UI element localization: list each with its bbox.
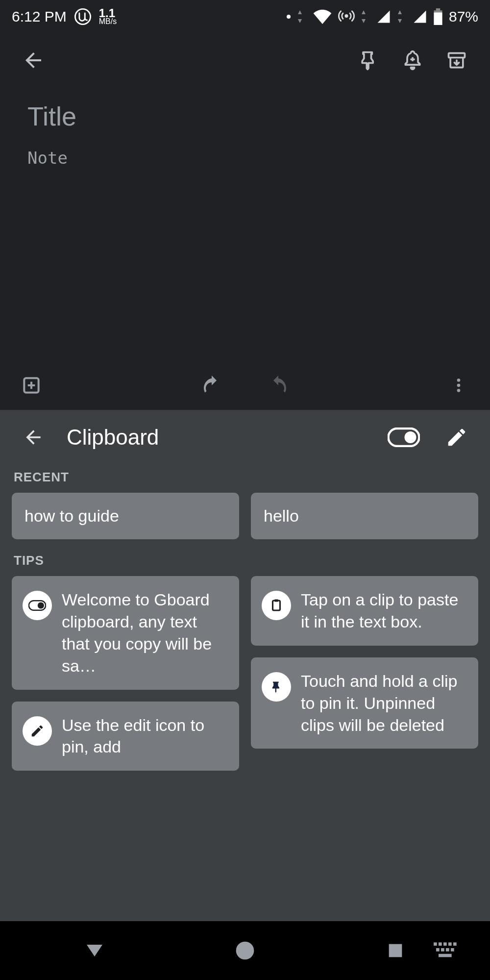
pencil-icon bbox=[23, 716, 52, 746]
signal-icon-1 bbox=[376, 9, 391, 24]
wifi-icon bbox=[313, 9, 332, 24]
note-input[interactable] bbox=[27, 148, 463, 187]
pin-icon bbox=[262, 672, 291, 702]
clipboard-tip-card[interactable]: Tap on a clip to paste it in the text bo… bbox=[251, 576, 478, 646]
svg-rect-11 bbox=[434, 13, 442, 25]
svg-rect-36 bbox=[446, 948, 449, 952]
archive-button[interactable] bbox=[439, 43, 474, 78]
data-arrows-icon-2 bbox=[361, 9, 370, 24]
pin-button[interactable] bbox=[351, 43, 386, 78]
svg-rect-32 bbox=[448, 942, 452, 946]
svg-marker-6 bbox=[362, 19, 366, 23]
svg-rect-26 bbox=[274, 600, 278, 602]
tip-text: Tap on a clip to paste it in the text bo… bbox=[301, 589, 467, 633]
svg-marker-7 bbox=[398, 10, 402, 14]
clipboard-tip-card[interactable]: Welcome to Gboard clipboard, any text th… bbox=[12, 576, 239, 690]
svg-rect-28 bbox=[389, 944, 402, 957]
tips-section-label: TIPS bbox=[14, 553, 476, 568]
svg-marker-5 bbox=[362, 10, 366, 14]
data-arrows-icon bbox=[297, 9, 307, 24]
svg-rect-38 bbox=[439, 954, 452, 957]
svg-point-20 bbox=[457, 389, 461, 392]
navigation-bar bbox=[0, 921, 490, 980]
back-button[interactable] bbox=[16, 43, 51, 78]
title-input[interactable] bbox=[27, 101, 463, 131]
note-toolbar bbox=[0, 361, 490, 410]
nav-back-button[interactable] bbox=[65, 936, 124, 965]
clipboard-toggle[interactable] bbox=[384, 418, 423, 457]
svg-point-1 bbox=[287, 15, 291, 19]
svg-point-27 bbox=[236, 942, 254, 960]
redo-button[interactable] bbox=[259, 366, 298, 405]
dot-icon bbox=[286, 14, 291, 19]
clipboard-recent-item[interactable]: hello bbox=[251, 493, 478, 539]
clipboard-panel: Clipboard RECENT how to guide hello TIPS bbox=[0, 411, 490, 921]
tip-text: Touch and hold a clip to pin it. Unpinne… bbox=[301, 670, 467, 736]
more-options-button[interactable] bbox=[439, 366, 478, 405]
clipboard-tip-card[interactable]: Touch and hold a clip to pin it. Unpinne… bbox=[251, 657, 478, 749]
recent-section-label: RECENT bbox=[14, 470, 476, 485]
add-attachment-button[interactable] bbox=[12, 366, 51, 405]
svg-point-22 bbox=[405, 431, 416, 443]
nav-home-button[interactable] bbox=[216, 936, 274, 965]
reminder-button[interactable] bbox=[395, 43, 430, 78]
battery-percentage: 87% bbox=[449, 8, 478, 25]
clipboard-back-button[interactable] bbox=[14, 418, 53, 457]
toggle-icon bbox=[23, 591, 52, 620]
tip-text: Use the edit icon to pin, add bbox=[62, 714, 228, 758]
network-speed-value: 1.1 bbox=[99, 8, 117, 18]
svg-point-18 bbox=[457, 378, 461, 382]
svg-marker-3 bbox=[298, 19, 302, 23]
svg-rect-29 bbox=[434, 942, 437, 946]
svg-point-4 bbox=[344, 14, 348, 18]
data-arrows-icon-3 bbox=[397, 9, 407, 24]
clipboard-icon bbox=[262, 591, 291, 620]
signal-icon-2 bbox=[413, 9, 427, 24]
network-speed: 1.1 MB/s bbox=[99, 8, 117, 25]
utorrent-icon bbox=[74, 8, 91, 25]
svg-marker-2 bbox=[298, 10, 302, 14]
tip-text: Welcome to Gboard clipboard, any text th… bbox=[62, 589, 228, 677]
svg-rect-37 bbox=[451, 948, 454, 952]
svg-point-0 bbox=[75, 9, 90, 24]
clipboard-title: Clipboard bbox=[67, 425, 159, 450]
note-editor-area bbox=[0, 33, 490, 411]
svg-rect-34 bbox=[436, 948, 440, 952]
nav-recents-button[interactable] bbox=[366, 936, 425, 965]
nav-keyboard-switch-button[interactable] bbox=[416, 936, 475, 965]
note-app-bar bbox=[0, 33, 490, 87]
clipboard-tip-card[interactable]: Use the edit icon to pin, add bbox=[12, 702, 239, 771]
svg-rect-33 bbox=[453, 942, 457, 946]
svg-rect-14 bbox=[449, 53, 465, 57]
svg-point-19 bbox=[457, 384, 461, 387]
hotspot-icon bbox=[338, 9, 355, 24]
svg-marker-8 bbox=[398, 19, 402, 23]
network-speed-unit: MB/s bbox=[99, 18, 117, 25]
svg-rect-35 bbox=[441, 948, 444, 952]
undo-button[interactable] bbox=[192, 366, 231, 405]
status-bar: 6:12 PM 1.1 MB/s bbox=[0, 0, 490, 33]
svg-rect-9 bbox=[436, 8, 441, 10]
clipboard-recent-item[interactable]: how to guide bbox=[12, 493, 239, 539]
status-time: 6:12 PM bbox=[12, 8, 67, 25]
svg-point-24 bbox=[38, 602, 44, 608]
svg-rect-31 bbox=[443, 942, 447, 946]
battery-icon bbox=[433, 8, 443, 25]
clipboard-edit-button[interactable] bbox=[437, 418, 476, 457]
svg-rect-30 bbox=[439, 942, 442, 946]
svg-rect-25 bbox=[273, 601, 280, 610]
